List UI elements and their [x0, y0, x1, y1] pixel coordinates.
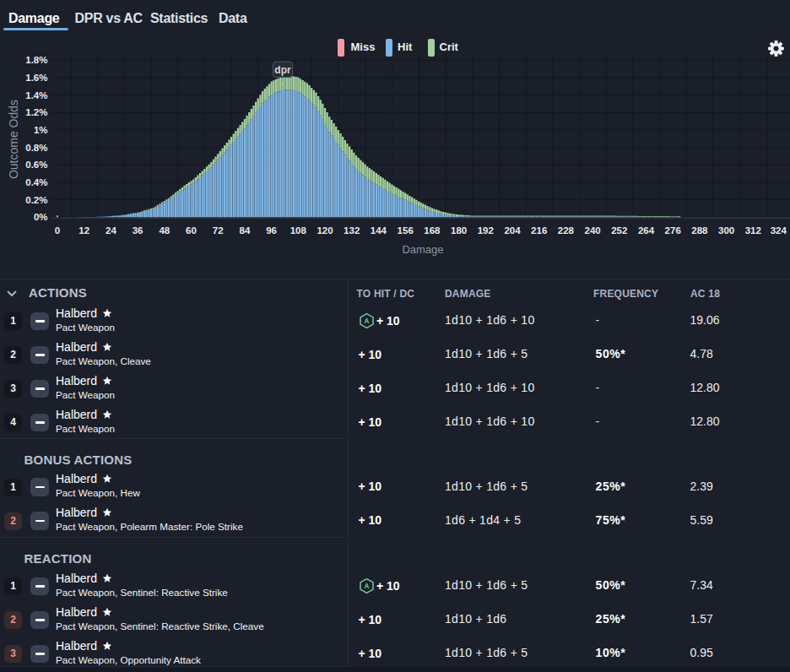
svg-text:72: 72 — [213, 225, 224, 236]
svg-text:288: 288 — [691, 225, 708, 236]
svg-text:0.8%: 0.8% — [25, 143, 47, 153]
svg-text:108: 108 — [290, 225, 307, 236]
svg-text:36: 36 — [133, 225, 143, 236]
svg-text:48: 48 — [159, 225, 170, 236]
svg-text:0: 0 — [55, 225, 60, 236]
svg-text:0.4%: 0.4% — [25, 177, 47, 187]
svg-text:312: 312 — [745, 225, 761, 236]
svg-text:0.2%: 0.2% — [25, 195, 47, 205]
svg-text:252: 252 — [611, 225, 627, 236]
svg-text:144: 144 — [371, 225, 387, 236]
svg-text:240: 240 — [585, 225, 601, 236]
svg-text:Damage: Damage — [402, 243, 443, 256]
svg-text:120: 120 — [317, 225, 333, 236]
svg-text:A: A — [364, 583, 369, 591]
svg-text:180: 180 — [451, 225, 467, 236]
svg-text:dpr: dpr — [274, 64, 291, 76]
svg-text:24: 24 — [106, 225, 116, 236]
svg-text:0%: 0% — [34, 212, 48, 222]
svg-text:12: 12 — [78, 225, 89, 236]
svg-text:264: 264 — [638, 225, 655, 236]
svg-text:60: 60 — [186, 225, 197, 236]
svg-text:300: 300 — [718, 225, 734, 236]
svg-text:A: A — [364, 317, 369, 326]
svg-text:1.2%: 1.2% — [25, 107, 47, 117]
svg-text:1.8%: 1.8% — [25, 55, 47, 65]
svg-text:1.4%: 1.4% — [25, 90, 47, 100]
svg-text:0.6%: 0.6% — [25, 160, 47, 170]
svg-text:228: 228 — [558, 225, 575, 236]
svg-text:168: 168 — [424, 225, 441, 236]
svg-text:276: 276 — [665, 225, 681, 236]
svg-text:1%: 1% — [34, 125, 48, 135]
svg-text:132: 132 — [344, 225, 360, 236]
svg-text:192: 192 — [478, 225, 494, 236]
svg-text:216: 216 — [531, 225, 547, 236]
svg-text:96: 96 — [266, 225, 277, 236]
svg-text:1.6%: 1.6% — [25, 73, 47, 83]
svg-text:Outcome Odds: Outcome Odds — [7, 100, 20, 179]
svg-text:204: 204 — [504, 225, 521, 236]
svg-text:156: 156 — [398, 225, 414, 236]
svg-text:84: 84 — [240, 225, 251, 236]
svg-text:324: 324 — [771, 225, 787, 236]
